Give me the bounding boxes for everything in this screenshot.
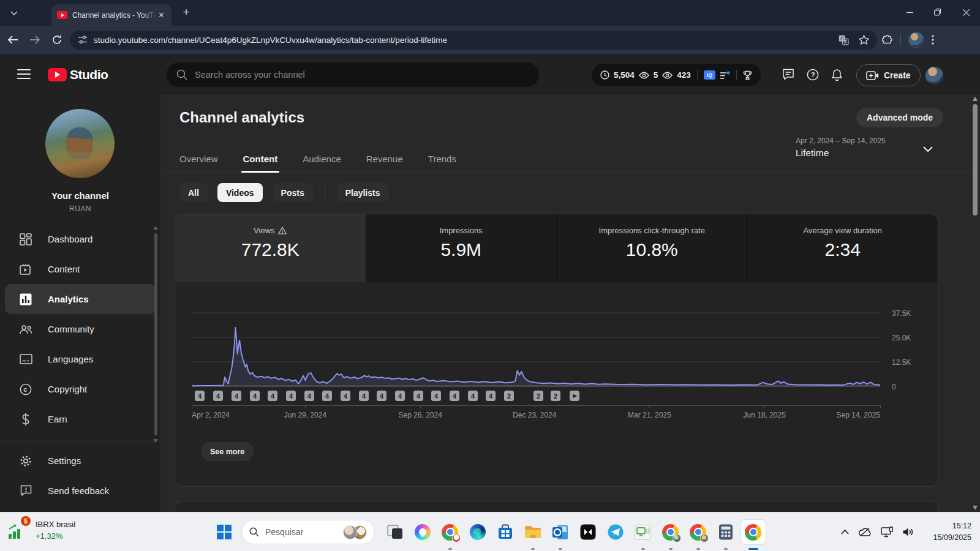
extensions-puzzle-icon[interactable] xyxy=(882,34,893,45)
help-icon[interactable]: ? xyxy=(807,69,819,81)
chip-posts[interactable]: Posts xyxy=(273,183,313,202)
video-marker-badge[interactable]: 4 xyxy=(250,391,260,401)
metric-ctr[interactable]: Impressions click-through rate 10.8% xyxy=(557,214,748,282)
url-text[interactable]: studio.youtube.com/channel/UCeat4p6UgkZL… xyxy=(94,36,832,45)
metric-views[interactable]: Views 772.8K xyxy=(175,214,366,282)
tray-chevron-up-icon[interactable] xyxy=(841,530,849,534)
sidebar-item-analytics[interactable]: Analytics xyxy=(5,284,156,314)
site-settings-icon[interactable] xyxy=(78,36,88,44)
chrome-profile-1-button[interactable] xyxy=(436,512,464,551)
forward-icon[interactable] xyxy=(26,31,44,49)
browser-tab[interactable]: Channel analytics - YouTube Stu ✕ xyxy=(51,4,172,26)
copilot-button[interactable] xyxy=(409,512,436,551)
tab-close-icon[interactable]: ✕ xyxy=(157,10,166,20)
scrollbar-thumb[interactable] xyxy=(973,104,978,216)
video-marker-badge[interactable]: 4 xyxy=(413,391,423,401)
video-marker-badge[interactable]: 4 xyxy=(304,391,314,401)
video-marker-badge[interactable]: 4 xyxy=(341,391,350,401)
browser-profile-avatar[interactable] xyxy=(908,32,924,48)
youtube-studio-logo[interactable]: Studio xyxy=(48,67,108,82)
channel-avatar[interactable] xyxy=(45,109,115,178)
sidebar-item-content[interactable]: Content xyxy=(5,254,156,284)
browser-menu-dots-icon[interactable] xyxy=(932,35,934,45)
minimize-button[interactable] xyxy=(895,0,924,24)
new-tab-button[interactable]: + xyxy=(179,6,194,19)
translate-icon[interactable]: G xyxy=(839,35,849,45)
advanced-mode-button[interactable]: Advanced mode xyxy=(856,108,943,127)
tab-content[interactable]: Content xyxy=(243,151,278,173)
video-marker-badge[interactable]: 2 xyxy=(533,391,543,401)
onedrive-cloud-icon[interactable] xyxy=(858,527,872,537)
file-explorer-button[interactable] xyxy=(519,512,546,551)
chevron-down-icon[interactable] xyxy=(923,146,933,152)
video-marker-badge[interactable]: 4 xyxy=(286,391,296,401)
chip-videos[interactable]: Videos xyxy=(217,183,263,202)
sidebar-scrollbar[interactable] xyxy=(154,233,157,435)
tab-trends[interactable]: Trends xyxy=(428,151,456,173)
back-icon[interactable] xyxy=(4,31,22,49)
telegram-button[interactable] xyxy=(601,512,629,551)
edge-button[interactable] xyxy=(464,512,491,551)
video-marker-badge[interactable]: 2 xyxy=(504,391,514,401)
taskbar-clock[interactable]: 15:12 15/09/2025 xyxy=(933,520,971,544)
video-marker-badge[interactable]: 4 xyxy=(359,391,369,401)
notifications-bell-icon[interactable] xyxy=(831,69,843,81)
views-line-chart[interactable] xyxy=(192,301,880,387)
sidebar-item-community[interactable]: Community xyxy=(5,314,156,344)
account-avatar[interactable] xyxy=(925,67,943,84)
tab-search-chevron-icon[interactable] xyxy=(6,5,22,21)
url-bar[interactable]: studio.youtube.com/channel/UCeat4p6UgkZL… xyxy=(70,31,877,50)
trophy-icon[interactable] xyxy=(743,70,752,80)
hamburger-menu-icon[interactable] xyxy=(17,69,31,82)
tab-overview[interactable]: Overview xyxy=(179,151,218,173)
metric-avg-duration[interactable]: Average view duration 2:34 xyxy=(748,214,938,282)
bookmark-star-icon[interactable] xyxy=(859,35,869,45)
speaker-icon[interactable] xyxy=(902,527,914,537)
chip-playlists[interactable]: Playlists xyxy=(337,183,389,202)
video-marker-badge[interactable]: 2 xyxy=(551,391,560,401)
chrome-profile-2-button[interactable] xyxy=(657,512,684,551)
channel-stats-pill[interactable]: 5,504 5 423 IQ xyxy=(592,64,761,86)
sidebar-item-settings[interactable]: Settings xyxy=(5,446,156,476)
reload-icon[interactable] xyxy=(48,31,66,49)
chip-all[interactable]: All xyxy=(179,183,208,202)
marker-play-button[interactable]: ▶ xyxy=(570,391,579,401)
virtual-machine-button[interactable] xyxy=(629,512,657,551)
video-marker-badge[interactable]: 4 xyxy=(395,391,405,401)
taskbar-search[interactable]: Pesquisar xyxy=(241,520,375,544)
feedback-message-icon[interactable] xyxy=(782,69,794,80)
video-marker-badge[interactable]: 4 xyxy=(213,391,223,401)
studio-search-input[interactable] xyxy=(195,70,489,80)
video-marker-badge[interactable]: 4 xyxy=(450,391,459,401)
outlook-button[interactable] xyxy=(546,512,574,551)
sidebar-scroll-down-arrow[interactable] xyxy=(153,439,158,443)
sidebar-scroll-up-arrow[interactable] xyxy=(153,226,158,230)
taskbar-widget[interactable]: 5 IBRX brasil +1,32% xyxy=(7,518,75,542)
video-marker-badge[interactable]: 4 xyxy=(232,391,241,401)
sidebar-item-languages[interactable]: Languages xyxy=(5,344,156,374)
tab-audience[interactable]: Audience xyxy=(303,151,341,173)
sidebar-item-dashboard[interactable]: Dashboard xyxy=(5,224,156,254)
video-marker-badge[interactable]: 4 xyxy=(322,391,332,401)
metric-impressions[interactable]: Impressions 5.9M xyxy=(366,214,557,282)
playlist-dot-icon[interactable] xyxy=(720,71,730,80)
sidebar-item-copyright[interactable]: c Copyright xyxy=(5,374,156,404)
video-marker-badge[interactable]: 4 xyxy=(195,391,205,401)
network-display-icon[interactable] xyxy=(881,527,893,538)
chrome-profile-3-button[interactable] xyxy=(684,512,712,551)
video-marker-badge[interactable]: 4 xyxy=(486,391,496,401)
chrome-active-button[interactable] xyxy=(739,512,767,551)
studio-search-bar[interactable] xyxy=(167,62,539,87)
video-marker-badge[interactable]: 4 xyxy=(377,391,386,401)
restore-button[interactable] xyxy=(924,0,952,24)
video-marker-badge[interactable]: 4 xyxy=(268,391,277,401)
create-button[interactable]: Create xyxy=(856,64,921,86)
start-button[interactable] xyxy=(210,512,238,551)
tab-revenue[interactable]: Revenue xyxy=(366,151,403,173)
close-button[interactable] xyxy=(952,0,980,24)
task-view-button[interactable] xyxy=(381,512,409,551)
sidebar-item-earn[interactable]: Earn xyxy=(5,404,156,434)
scroll-up-arrow[interactable] xyxy=(973,97,978,101)
sidebar-item-send-feedback[interactable]: Send feedback xyxy=(5,476,156,506)
see-more-button[interactable]: See more xyxy=(201,442,254,461)
